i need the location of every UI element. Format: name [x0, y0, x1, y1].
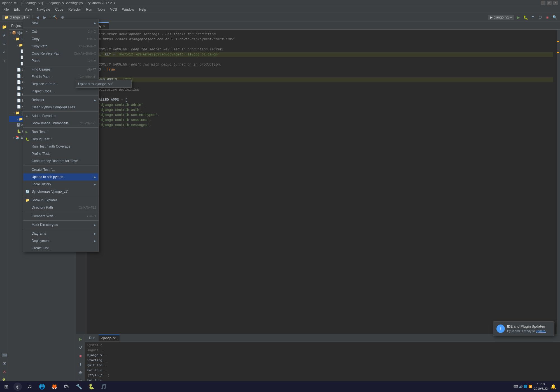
code-line-6 [91, 57, 553, 62]
scroll-to-end-icon[interactable]: ⬇ [77, 360, 85, 368]
title-controls: – □ ✕ [541, 1, 558, 5]
bottom-tab-run[interactable]: Run [86, 335, 98, 341]
run-config-selector[interactable]: ▶ django_v1 ▾ [488, 15, 514, 20]
stop-button[interactable]: ■ [544, 14, 550, 20]
menu-navigate[interactable]: Navigate [35, 7, 52, 12]
menu-file[interactable]: File [1, 7, 11, 12]
cm-add-favorites[interactable]: ★ Add to Favorites [23, 112, 98, 120]
code-line-9: 💡 [91, 72, 553, 77]
cm-show-thumbnails[interactable]: Show Image Thumbnails Ctrl+Shift+T [23, 120, 98, 127]
submenu-upload: Upload to 'django_v1' [76, 80, 132, 88]
cm-show-explorer[interactable]: 📁 Show in Explorer [23, 197, 98, 204]
taskbar-app-pycharm[interactable]: 🔧 [73, 381, 85, 392]
left-icon-bar: 📁 ★ ≡ ✓ ⑂ ⌨ ✉ ✕ 🐍 [0, 22, 9, 384]
cm-find-usages[interactable]: Find Usages Alt+F7 [23, 66, 98, 73]
error-icon[interactable]: ✕ [1, 368, 8, 376]
maximize-button[interactable]: □ [547, 1, 552, 5]
taskbar-search[interactable]: ◎ [13, 382, 22, 391]
menu-bar: File Edit View Navigate Code Refactor Ru… [0, 6, 560, 13]
cm-upload-ssh[interactable]: Upload to ssh python ▶ [23, 173, 98, 181]
start-button[interactable]: ⊞ [0, 381, 12, 392]
project-folder-icon: 📦 [12, 31, 16, 35]
cm-inspect[interactable]: Inspect Code... [23, 88, 98, 95]
favorites-icon[interactable]: ★ [1, 31, 8, 39]
taskbar-app-music[interactable]: 🎵 [98, 381, 109, 392]
cm-synchronize[interactable]: 🔄 Synchronize 'django_v1' [23, 188, 98, 195]
menu-help[interactable]: Help [137, 7, 148, 12]
menu-window[interactable]: Window [120, 7, 136, 12]
cm-run-test[interactable]: ▶ Run 'Test: ' [23, 128, 98, 136]
cm-debug-test[interactable]: 🐛 Debug 'Test: ' [23, 136, 98, 143]
taskbar-notification-bell[interactable]: 🔔 [549, 383, 557, 391]
output-line-7: [22/Aug/...] [87, 373, 558, 378]
cm-create-gist[interactable]: Create Gist... [23, 244, 98, 252]
debug-button[interactable]: 🐛 [522, 14, 529, 20]
cm-diagrams[interactable]: Diagrams ▶ [23, 230, 98, 237]
cm-directory-path[interactable]: Directory Path Ctrl+Alt+F12 [23, 204, 98, 211]
code-line-13 [91, 92, 553, 97]
cm-clean-python[interactable]: Clean Python Compiled Files [23, 104, 98, 111]
close-button[interactable]: ✕ [553, 1, 558, 5]
taskbar-app-edge[interactable]: 🌐 [36, 381, 48, 392]
menu-code[interactable]: Code [53, 7, 66, 12]
cm-refactor[interactable]: Refactor ▶ [23, 96, 98, 104]
terminal-icon[interactable]: ⌨ [1, 351, 8, 359]
cm-concurrency[interactable]: Concurrency Diagram for 'Test: ' [23, 157, 98, 165]
submenu-upload-item[interactable]: Upload to 'django_v1' [76, 80, 131, 87]
cm-mark-directory[interactable]: Mark Directory as ▶ [23, 221, 98, 228]
taskbar-app-store[interactable]: 🛍 [61, 381, 72, 392]
cm-deployment[interactable]: Deployment ▶ [23, 237, 98, 244]
rerun-icon[interactable]: ↺ [77, 344, 85, 351]
project-view-icon[interactable]: 📁 [1, 23, 8, 31]
taskbar-app-python[interactable]: 🐍 [86, 381, 97, 392]
menu-run[interactable]: Run [84, 7, 94, 12]
cm-run-coverage[interactable]: Run 'Test: ' with Coverage [23, 143, 98, 150]
cm-copy-path[interactable]: Copy Path Ctrl+Shift+C [23, 43, 98, 50]
notification-link[interactable]: update. [536, 329, 546, 333]
cm-sep-10 [23, 229, 98, 229]
code-string: '%^ct#12!~q3+wm3e3){93sd6c(v4gm!t==ll0cp… [117, 52, 220, 57]
taskbar-app-explorer[interactable]: 🗂 [24, 381, 35, 392]
minimize-button[interactable]: – [541, 1, 545, 5]
messages-icon[interactable]: ✉ [1, 360, 8, 367]
bottom-tab-django[interactable]: django_v1 [99, 335, 120, 341]
cm-new[interactable]: New ▶ [23, 19, 98, 27]
structure-icon[interactable]: ≡ [1, 40, 8, 48]
cm-create-test[interactable]: Create 'Test: '... [23, 166, 98, 173]
cm-local-history[interactable]: Local History ▶ [23, 181, 98, 188]
cm-cut[interactable]: ✂ Cut Ctrl+X [23, 28, 98, 35]
editor-scrollbar[interactable] [557, 30, 560, 334]
cm-copy[interactable]: Copy Ctrl+C [23, 35, 98, 43]
tab-close-icon[interactable]: ✕ [103, 25, 105, 28]
output-line-6: Hot Foun... [87, 368, 558, 373]
cm-sep-9 [23, 220, 98, 221]
menu-tools[interactable]: Tools [95, 7, 107, 12]
cm-compare[interactable]: Compare With... Ctrl+D [23, 213, 98, 220]
search-button[interactable]: 🔍 [552, 14, 558, 20]
cm-profile[interactable]: Profile 'Test: ' [23, 150, 98, 157]
run-config-icon: ▶ [490, 15, 493, 19]
cm-paste[interactable]: Paste Ctrl+V [23, 57, 98, 64]
comment-text: # SECURITY WARNING: don't run with debug… [91, 62, 222, 67]
folder-icon: 📁 [15, 37, 20, 41]
cm-copy-relative[interactable]: Copy Relative Path Ctrl+Alt+Shift+C [23, 50, 98, 57]
todo-icon[interactable]: ✓ [1, 48, 8, 56]
run-button[interactable]: ▶ [515, 14, 521, 20]
output-line-5: Quit the... [87, 363, 558, 368]
menu-vcs[interactable]: VCS [108, 7, 119, 12]
code-content[interactable]: # Quick-start development settings - uns… [87, 30, 557, 334]
cm-find-path[interactable]: Find in Path... Ctrl+Shift+F [23, 73, 98, 80]
menu-edit[interactable]: Edit [11, 7, 22, 12]
settings-panel-icon[interactable]: ⚙ [77, 369, 85, 377]
stop-panel-icon[interactable]: ■ [77, 352, 85, 360]
vcs-icon[interactable]: ⑂ [1, 57, 8, 64]
code-line-2: # See https://docs.djangoproject.com/en/… [91, 37, 553, 42]
taskbar-app-firefox[interactable]: 🦊 [49, 381, 60, 392]
code-keyword: True [107, 67, 115, 72]
menu-view[interactable]: View [22, 7, 34, 12]
output-line-2: August ... [87, 348, 558, 353]
profile-button[interactable]: ⏱ [537, 14, 543, 20]
run-panel-icon[interactable]: ▶ [77, 335, 85, 343]
coverage-button[interactable]: ☂ [530, 14, 536, 20]
menu-refactor[interactable]: Refactor [66, 7, 83, 12]
